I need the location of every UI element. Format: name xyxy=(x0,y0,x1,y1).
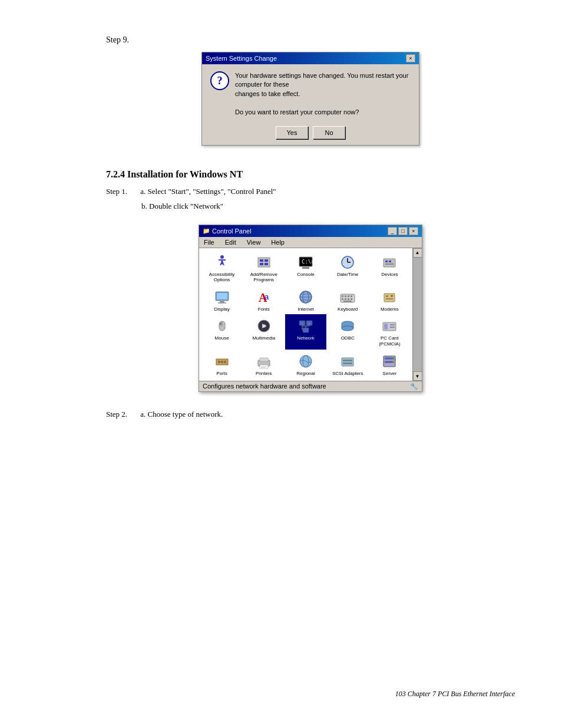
dialog-body: ? Your hardware settings have changed. Y… xyxy=(202,64,419,123)
cp-title: Control Panel xyxy=(212,228,252,235)
dialog-question-icon: ? xyxy=(210,71,229,90)
step9-label: Step 9. xyxy=(106,35,515,45)
cp-icon-internet[interactable]: Internet xyxy=(285,285,326,315)
svg-rect-71 xyxy=(261,367,266,368)
svg-rect-32 xyxy=(342,298,343,300)
svg-rect-62 xyxy=(390,327,395,328)
svg-rect-12 xyxy=(384,259,395,267)
cp-icon-scsi[interactable]: SCSI Adapters xyxy=(328,350,368,379)
svg-rect-13 xyxy=(385,261,388,262)
svg-rect-33 xyxy=(345,298,346,300)
svg-rect-1 xyxy=(258,258,270,267)
svg-point-56 xyxy=(342,326,353,331)
svg-rect-5 xyxy=(265,263,268,265)
scrollbar-track[interactable] xyxy=(413,258,422,372)
dialog-titlebar: System Settings Change × xyxy=(202,52,419,64)
svg-rect-15 xyxy=(385,263,394,265)
svg-rect-38 xyxy=(386,295,388,297)
cp-icon-ports[interactable]: Ports xyxy=(201,350,242,379)
svg-rect-34 xyxy=(348,298,349,300)
control-panel-window: 📁 Control Panel _ □ × File Edit View Hel… xyxy=(199,225,422,393)
svg-rect-74 xyxy=(342,358,353,366)
step1-line-b: b. Double click "Network" xyxy=(106,200,515,213)
cp-status-text: Configures network hardware and software xyxy=(203,383,326,390)
svg-rect-76 xyxy=(343,363,352,364)
svg-rect-3 xyxy=(265,259,268,262)
cp-icon-datetime[interactable]: Date/Time xyxy=(328,251,368,285)
cp-icon-console[interactable]: C:\> Console xyxy=(285,251,326,285)
scrollbar-down[interactable]: ▼ xyxy=(413,371,422,381)
svg-rect-40 xyxy=(386,298,393,299)
scrollbar-up[interactable]: ▲ xyxy=(413,248,422,258)
cp-icon-mouse[interactable]: Mouse xyxy=(201,314,242,349)
svg-rect-43 xyxy=(220,322,222,325)
svg-rect-30 xyxy=(348,295,349,297)
cp-icon-printers[interactable]: Printers xyxy=(243,350,284,379)
step1-label: Step 1. a. Select "Start", "Settings", "… xyxy=(106,186,515,198)
cp-titlebar: 📁 Control Panel _ □ × xyxy=(199,225,422,237)
cp-icon-accessibility[interactable]: AccessibilityOptions xyxy=(201,251,242,285)
menu-edit[interactable]: Edit xyxy=(223,238,239,246)
cp-icon-devices[interactable]: Devices xyxy=(369,251,410,285)
cp-icon-fonts[interactable]: A a Fonts xyxy=(243,285,284,315)
svg-rect-68 xyxy=(260,358,268,361)
svg-rect-29 xyxy=(345,295,346,297)
svg-rect-70 xyxy=(261,366,267,367)
svg-rect-8 xyxy=(302,267,309,269)
svg-rect-31 xyxy=(351,295,352,297)
cp-minimize-btn[interactable]: _ xyxy=(388,227,397,235)
control-panel-container: 📁 Control Panel _ □ × File Edit View Hel… xyxy=(199,225,422,393)
no-button[interactable]: No xyxy=(313,126,345,139)
svg-rect-19 xyxy=(218,302,226,304)
svg-rect-2 xyxy=(260,259,263,262)
cp-icon-network[interactable]: Network xyxy=(285,314,326,349)
cp-icon-regional[interactable]: Regional xyxy=(285,350,326,379)
svg-rect-36 xyxy=(343,301,352,302)
svg-point-0 xyxy=(220,255,224,259)
cp-scrollbar: ▲ ▼ xyxy=(412,248,422,381)
cp-menu-bar: File Edit View Help xyxy=(199,237,422,248)
svg-rect-17 xyxy=(217,293,227,299)
svg-rect-75 xyxy=(343,360,352,361)
yes-button[interactable]: Yes xyxy=(276,126,308,139)
cp-close-btn[interactable]: × xyxy=(409,227,418,235)
cp-icon-multimedia[interactable]: Multimedia xyxy=(243,314,284,349)
menu-file[interactable]: File xyxy=(201,238,217,246)
cp-statusbar: Configures network hardware and software… xyxy=(199,381,422,391)
menu-view[interactable]: View xyxy=(244,238,263,246)
svg-text:C:\>: C:\> xyxy=(302,259,314,265)
step2: Step 2. a. Choose type of network. xyxy=(106,410,515,419)
svg-rect-61 xyxy=(390,324,395,325)
dialog-box: System Settings Change × ? Your hardware… xyxy=(201,52,419,146)
cp-icon-pccard[interactable]: PC Card(PCMCIA) xyxy=(369,314,410,349)
menu-help[interactable]: Help xyxy=(269,238,287,246)
svg-rect-37 xyxy=(384,294,395,302)
dialog-message: Your hardware settings have changed. You… xyxy=(235,71,411,117)
cp-icon-keyboard[interactable]: Keyboard xyxy=(328,285,368,315)
svg-rect-35 xyxy=(351,298,352,300)
svg-point-66 xyxy=(224,361,226,363)
svg-rect-49 xyxy=(303,328,309,332)
section-heading: 7.2.4 Installation for Windows NT xyxy=(106,169,515,180)
cp-icon-display[interactable]: Display xyxy=(201,285,242,315)
page-footer: 103 Chapter 7 PCI Bus Ethernet Interface xyxy=(395,690,515,699)
svg-point-81 xyxy=(392,361,394,363)
cp-icon-odbc[interactable]: ODBC xyxy=(328,314,368,349)
svg-rect-14 xyxy=(389,261,391,262)
cp-status-icon: 🔧 xyxy=(410,383,418,390)
svg-point-80 xyxy=(392,357,394,359)
dialog-title: System Settings Change xyxy=(206,55,277,62)
cp-icon-modems[interactable]: Modems xyxy=(369,285,410,315)
svg-rect-60 xyxy=(384,324,388,330)
dialog-container: System Settings Change × ? Your hardware… xyxy=(201,52,419,146)
dialog-close-btn[interactable]: × xyxy=(406,54,415,62)
titlebar-buttons: × xyxy=(406,54,415,62)
svg-rect-28 xyxy=(342,295,343,297)
svg-rect-4 xyxy=(260,263,263,265)
cp-icon-server[interactable]: Server xyxy=(369,350,410,379)
svg-point-39 xyxy=(391,295,393,297)
cp-content: AccessibilityOptions xyxy=(199,248,422,381)
dialog-buttons: Yes No xyxy=(202,123,419,145)
cp-icon-addremove[interactable]: Add/RemovePrograms xyxy=(243,251,284,285)
cp-maximize-btn[interactable]: □ xyxy=(398,227,408,235)
